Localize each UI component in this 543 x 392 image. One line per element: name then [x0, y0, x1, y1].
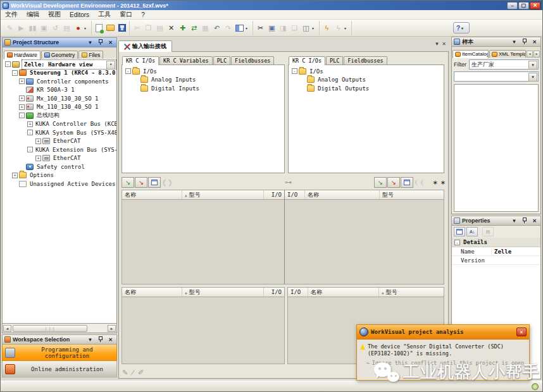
table-view-icon[interactable] [401, 177, 413, 188]
manufacturer-filter-select[interactable]: 生产厂家 [469, 59, 539, 70]
pin-icon[interactable] [96, 336, 104, 343]
alphabetical-sort-icon[interactable]: A↓ [466, 227, 478, 236]
record-icon[interactable]: ● [73, 23, 84, 34]
expand-icon[interactable]: + [19, 104, 25, 110]
help-button[interactable]: ?▾ [453, 22, 470, 34]
property-row[interactable]: Version [452, 256, 540, 265]
tab-itemcatalog[interactable]: ItemCatalog [453, 50, 489, 58]
pin-icon[interactable] [96, 39, 104, 46]
expand-icon[interactable]: + [19, 95, 25, 101]
column-io[interactable]: I/O [285, 190, 305, 199]
expand-icon[interactable]: + [35, 156, 41, 161]
tree-item[interactable]: +Mx_160_130_30_SO 1 [3, 94, 116, 103]
workspace-item-online[interactable]: Online administration [2, 361, 117, 377]
window-icon[interactable]: ❏ [289, 23, 300, 34]
tree-item[interactable]: Safety control [3, 162, 116, 171]
menu-view[interactable]: 视图 [44, 10, 65, 19]
tree-item[interactable]: +Options [3, 171, 116, 180]
tree-item[interactable]: Digital Inputs [122, 84, 284, 93]
transfer-icon[interactable]: ϟ [333, 23, 344, 34]
pin-down-icon[interactable]: ∗ [440, 179, 446, 186]
workspace-item-programming[interactable]: Programming and configuration [2, 345, 117, 361]
run-icon[interactable]: ▶ [16, 23, 27, 34]
io-table-bottom-left[interactable]: 名称 型号 I/O [122, 287, 285, 364]
property-pages-icon[interactable]: ▤ [482, 227, 494, 236]
tree-item[interactable]: +EtherCAT [3, 137, 116, 146]
tree-item[interactable]: -I/Os [289, 67, 444, 76]
tab-fieldbusses-left[interactable]: Fieldbusses [231, 56, 274, 64]
column-type[interactable]: 型号 [182, 190, 264, 199]
expand-icon[interactable]: + [12, 173, 18, 178]
menu-edit[interactable]: 编辑 [22, 10, 44, 19]
collapse-icon[interactable]: - [27, 147, 33, 152]
expand-icon[interactable]: + [35, 138, 41, 144]
tree-item[interactable]: -I/Os [122, 67, 284, 76]
tree-item[interactable]: -Steuerung 1 (KRC4 - 8.3.0) : Acti [3, 69, 116, 78]
properties-header[interactable]: Properties ▼ ✕ [451, 216, 541, 226]
pin-icon[interactable] [520, 38, 528, 46]
layout-dropdown-icon[interactable]: ▾ [246, 26, 251, 30]
tab-scroll-left-icon[interactable]: ◂ [527, 51, 533, 58]
trash-icon[interactable]: ▤ [61, 23, 72, 34]
column-io[interactable]: I/O [264, 190, 284, 199]
tree-item[interactable]: Unassigned Active Devices [3, 180, 116, 188]
pause-icon[interactable]: ▮▮ [27, 23, 38, 34]
close-panel-icon[interactable]: ✕ [106, 336, 115, 343]
maximize-button[interactable]: ▢ [518, 2, 529, 9]
group-overflow-icon[interactable]: ▾ [312, 26, 317, 30]
compare-icon[interactable]: ◫ [301, 23, 311, 34]
tree-item[interactable]: Analog Inputs [122, 76, 284, 85]
undo-button[interactable]: ↶ [211, 23, 222, 34]
refresh-icon[interactable]: ↺ [50, 23, 61, 34]
column-name[interactable]: 名称 [122, 288, 182, 297]
column-type[interactable]: 型号 [380, 190, 444, 199]
panel-menu-icon[interactable]: ▼ [86, 39, 94, 46]
tab-hardware[interactable]: Hardware [4, 51, 41, 59]
erase-icon[interactable]: ✐ [138, 369, 144, 377]
paste-icon[interactable]: ▤ [154, 23, 165, 34]
categorized-view-icon[interactable] [454, 227, 465, 236]
collapse-icon[interactable]: - [292, 68, 297, 74]
signal-icon[interactable]: ❨❨ [414, 178, 425, 187]
tree-item[interactable]: -Zelle: Hardware view [3, 60, 116, 69]
column-io[interactable]: I/O [288, 288, 308, 297]
collapse-icon[interactable]: - [12, 70, 18, 76]
tree-item[interactable]: Digital Outputs [289, 84, 444, 93]
catalog-header[interactable]: 样本 ▼ ✕ [451, 37, 541, 47]
menu-file[interactable]: 文件 [1, 10, 22, 19]
panel-menu-icon[interactable]: ▼ [86, 336, 94, 343]
tree-item[interactable]: +Controller components [3, 77, 116, 86]
column-name[interactable]: 名称 [308, 288, 379, 297]
tree-item[interactable]: +EtherCAT [3, 154, 116, 163]
menu-editors[interactable]: Editors [65, 10, 94, 19]
copy-icon[interactable]: ❐ [143, 23, 154, 34]
tree-horizontal-scrollbar[interactable]: ◄ ❘❘❘ ► [2, 324, 117, 333]
collapse-icon[interactable]: - [27, 130, 33, 135]
toolbar-overflow-icon[interactable]: ▾ [84, 26, 89, 30]
pen-icon[interactable]: ✎ [4, 23, 15, 34]
minimize-button[interactable]: – [507, 2, 518, 9]
scrollbar-thumb[interactable]: ❘❘❘ [13, 325, 87, 332]
search-icon[interactable]: ◨ [278, 23, 289, 34]
doc-close-icon[interactable]: ✕ [442, 41, 446, 47]
print-icon[interactable]: ▦ [200, 23, 211, 34]
tree-item[interactable]: -KUKA System Bus (SYS-X48) [3, 128, 116, 137]
workspace-selection-header[interactable]: Workspace Selection ▼ ✕ [2, 334, 117, 345]
panel-menu-icon[interactable]: ▼ [510, 217, 518, 224]
table-view-icon[interactable] [148, 177, 161, 188]
doc-menu-icon[interactable]: ▼ [434, 41, 439, 47]
menu-help[interactable]: ? [137, 10, 149, 19]
tab-scroll-right-icon[interactable]: ▸ [534, 51, 540, 58]
close-button[interactable]: ✕ [530, 2, 540, 9]
collapse-icon[interactable]: - [454, 240, 460, 245]
tree-item[interactable]: -总线结构 [3, 111, 116, 120]
io-table-top-right[interactable]: I/O 名称 型号 [284, 190, 444, 285]
tree-item[interactable]: -KUKA Extension Bus (SYS-X44) [3, 145, 116, 154]
slash-icon[interactable]: ∕ [132, 369, 134, 376]
menu-tools[interactable]: 工具 [94, 10, 115, 19]
disconnect-tool-icon[interactable]: ✂ [255, 23, 266, 34]
column-name[interactable]: 名称 [122, 190, 182, 199]
redo-button[interactable]: ↷ [223, 23, 234, 34]
open-project-button[interactable] [105, 23, 116, 34]
column-type[interactable]: 型号 [182, 288, 264, 297]
